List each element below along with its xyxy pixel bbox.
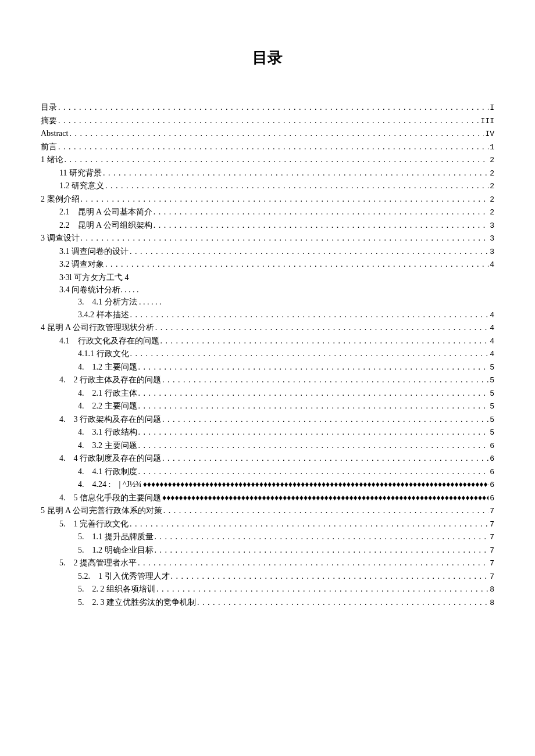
toc-entry-page: 2	[490, 155, 494, 166]
toc-entry-page: 5	[490, 427, 494, 439]
toc-leader	[69, 127, 484, 139]
toc-entry-label: 4. 5 信息化手段的主要问题	[59, 492, 161, 504]
toc-entry: 4.1 行政文化及存在的问题4	[41, 335, 494, 347]
toc-entry-page: I	[490, 102, 494, 114]
toc-entry-label: 5.2. 1 引入优秀管理人才	[78, 570, 170, 582]
toc-entry-label: 4. 3.1 行政结构	[78, 426, 137, 438]
toc-entry-page: 7	[490, 571, 494, 583]
toc-entry-label: 4. 4.1 行政制度	[78, 465, 137, 478]
toc-entry: 4. 3.1 行政结构5	[41, 426, 494, 439]
toc-leader	[155, 531, 489, 543]
toc-entry: 3. 4.1 分析方法 . . . . . .	[41, 296, 494, 308]
toc-entry-page: 6	[490, 467, 494, 478]
toc-entry-page: 8	[490, 597, 494, 609]
toc-entry: 1.2 研究意义2	[41, 180, 494, 192]
toc-entry: 5. 1.2 明确企业目标7	[41, 544, 494, 557]
toc-entry: 目录I	[41, 101, 494, 114]
toc-entry-label: 2.1 昆明 A 公司基本简介	[59, 206, 152, 218]
toc-leader	[58, 141, 488, 153]
toc-leader	[138, 557, 488, 569]
toc-entry-label: 5. 1.2 明确企业目标	[78, 544, 154, 556]
toc-leader	[105, 180, 488, 192]
toc-leader	[81, 193, 489, 205]
toc-entry-label: 4. 4 行政制度及存在的问题	[59, 452, 161, 464]
toc-entry: 2.1 昆明 A 公司基本简介2	[41, 206, 494, 218]
toc-leader	[58, 114, 480, 127]
toc-leader	[138, 426, 489, 438]
toc-entry-label: 4. 2.2 主要问题	[78, 400, 137, 412]
toc-entry-page: 3	[490, 246, 494, 258]
toc-leader	[171, 570, 489, 582]
toc-entry-page: 7	[490, 558, 494, 569]
toc-entry-label: 5. 2. 3 建立优胜劣汰的竞争机制	[78, 596, 196, 608]
toc-entry-page: 7	[490, 545, 494, 557]
toc-entry-page: 5	[490, 362, 494, 374]
toc-entry: 5 昆明 A 公司完善行政体系的对策7	[41, 504, 494, 517]
toc-entry-page: IV	[485, 128, 494, 140]
toc-entry-page: 8	[490, 584, 494, 596]
toc-entry-page: 4	[490, 259, 494, 271]
toc-entry-label: 3.4 问卷统计分析. . . . .	[59, 285, 139, 294]
toc-entry-label: 5. 2 提高管理者水平	[59, 557, 137, 569]
toc-entry-page: 5	[490, 388, 494, 400]
toc-leader	[156, 583, 488, 595]
toc-entry-page: 4	[490, 349, 494, 360]
toc-entry: 3.2 调查对象4	[41, 258, 494, 271]
toc-entry-label: 5. 1 完善行政文化	[59, 518, 129, 530]
toc-entry: 5. 1 完善行政文化7	[41, 518, 494, 531]
toc-entry: 3·3l 可方攵方工弋 4	[41, 271, 494, 284]
toc-entry: 5. 2. 3 建立优胜劣汰的竞争机制8	[41, 596, 494, 609]
toc-leader	[154, 206, 488, 218]
toc-entry-label: 4. 4.24 : | ^J½¾	[78, 478, 142, 490]
toc-entry-label: 5. 1.1 提升品牌质量	[78, 531, 154, 543]
toc-entry-label: 4.1 行政文化及存在的问题	[59, 335, 159, 347]
toc-entry-label: 4 昆明 A 公司行政管理现状分析	[41, 321, 154, 334]
toc-leader	[138, 387, 489, 399]
toc-leader	[143, 478, 488, 490]
toc-entry: 11 研究背景2	[41, 167, 494, 180]
toc-entry-page: 4	[490, 323, 494, 334]
toc-leader	[197, 596, 488, 608]
toc-entry-page: 5	[490, 414, 494, 426]
toc-leader	[138, 361, 489, 373]
toc-entry-page: 3	[490, 233, 494, 245]
toc-entry: 前言1	[41, 141, 494, 153]
page-title: 目录	[41, 46, 494, 69]
toc-entry: 4. 3 行政架构及存在的问题5	[41, 413, 494, 426]
toc-entry-label: 5. 2. 2 组织各项培训	[78, 583, 155, 595]
toc-entry-label: 5 昆明 A 公司完善行政体系的对策	[41, 504, 162, 517]
toc-entry-label: 2 案例介绍	[41, 193, 80, 205]
toc-entry-page: 5	[490, 401, 494, 413]
toc-leader	[162, 452, 488, 464]
toc-entry: 2.2 昆明 A 公司组织架构3	[41, 219, 494, 232]
toc-entry-page: 2	[490, 207, 494, 218]
toc-entry: 4. 2.2 主要问题5	[41, 400, 494, 413]
toc-entry: 5.2. 1 引入优秀管理人才7	[41, 570, 494, 583]
toc-leader	[81, 232, 489, 244]
toc-leader	[162, 374, 488, 386]
toc-entry-page: 7	[490, 519, 494, 531]
toc-entry-page: 7	[490, 506, 494, 517]
toc-entry-label: Abstract	[41, 127, 68, 139]
toc-entry-label: 4. 3 行政架构及存在的问题	[59, 413, 161, 425]
toc-entry: 4. 2.1 行政主体5	[41, 387, 494, 400]
toc-entry-label: 4.1.1 行政文化	[78, 347, 129, 360]
toc-entry: 5. 2 提高管理者水平7	[41, 557, 494, 569]
toc-entry-page: 2	[490, 181, 494, 192]
toc-leader	[163, 504, 488, 517]
toc-entry: 2 案例介绍2	[41, 193, 494, 206]
toc-entry: 3.4.2 样本描述4	[41, 309, 494, 321]
toc-entry-label: 11 研究背景	[59, 167, 102, 179]
toc-entry: 4. 4.24 : | ^J½¾6	[41, 478, 494, 491]
toc-entry-label: 1 绪论	[41, 153, 63, 166]
toc-leader	[155, 544, 489, 556]
toc-entry: 5. 1.1 提升品牌质量7	[41, 531, 494, 543]
toc-entry-label: 3. 4.1 分析方法 . . . . . .	[78, 298, 162, 306]
toc-entry: 摘要III	[41, 114, 494, 127]
toc-entry: 4. 4 行政制度及存在的问题6	[41, 452, 494, 465]
toc-leader	[138, 400, 489, 412]
toc-entry: 5. 2. 2 组织各项培训8	[41, 583, 494, 596]
toc-entry: 4. 2 行政主体及存在的问题5	[41, 374, 494, 386]
toc-leader	[160, 335, 489, 347]
toc-entry-page: 6	[490, 479, 494, 491]
